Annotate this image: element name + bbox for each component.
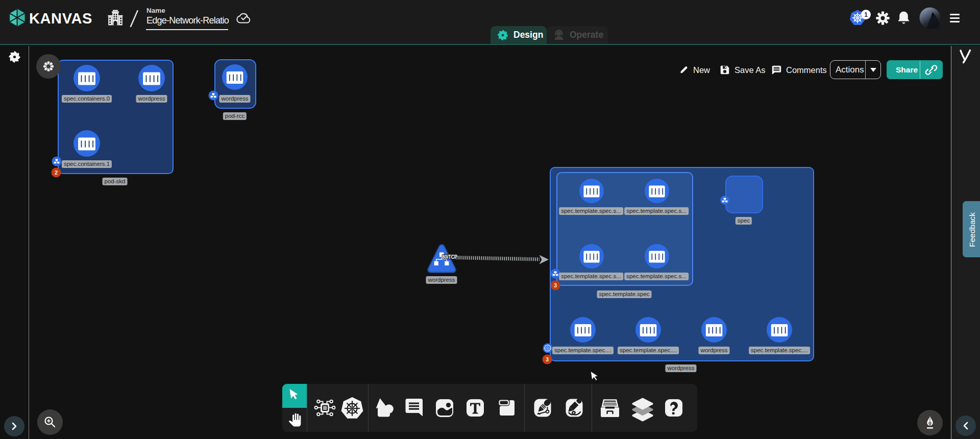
svg-text:3: 3: [546, 356, 549, 362]
svg-text:2: 2: [55, 169, 58, 176]
svg-text:80/TCP: 80/TCP: [442, 254, 457, 260]
